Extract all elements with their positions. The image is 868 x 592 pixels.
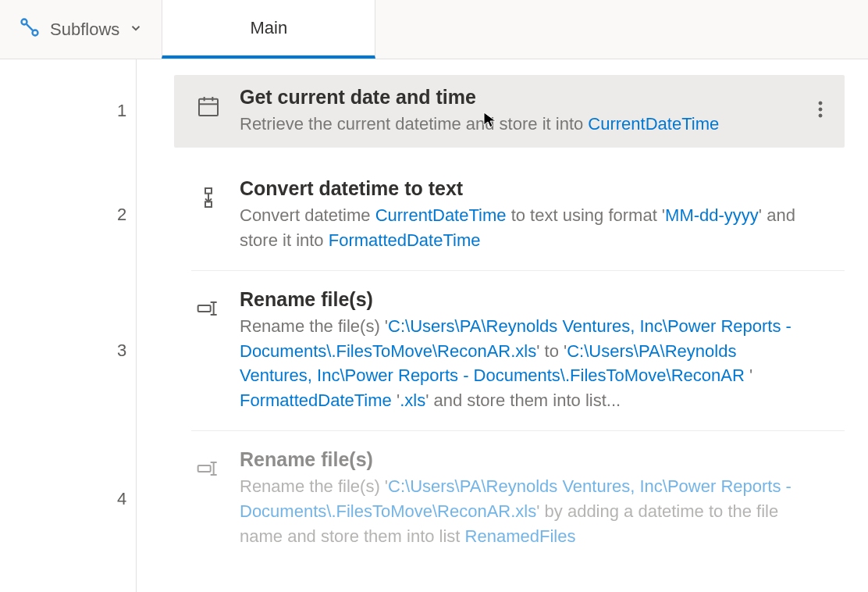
svg-rect-12 bbox=[198, 305, 211, 312]
subflows-label: Subflows bbox=[50, 20, 119, 40]
description-text: Convert datetime bbox=[240, 205, 375, 225]
svg-point-6 bbox=[819, 102, 822, 105]
line-number: 4 bbox=[110, 489, 133, 509]
variable-token[interactable]: FormattedDateTime bbox=[240, 391, 392, 410]
svg-point-8 bbox=[819, 114, 822, 117]
line-number: 2 bbox=[110, 205, 133, 225]
description-text: to text using format ' bbox=[507, 205, 666, 225]
flow-action-row[interactable]: 1Get current date and timeRetrieve the c… bbox=[174, 75, 845, 148]
action-description: Rename the file(s) 'C:\Users\PA\Reynolds… bbox=[240, 314, 798, 414]
row-separator bbox=[191, 430, 845, 431]
action-content: Rename file(s)Rename the file(s) 'C:\Use… bbox=[240, 448, 845, 549]
chevron-down-icon bbox=[129, 20, 143, 40]
flow-action-row[interactable]: 4Rename file(s)Rename the file(s) 'C:\Us… bbox=[174, 437, 845, 560]
action-description: Retrieve the current datetime and store … bbox=[240, 112, 798, 137]
action-content: Rename file(s)Rename the file(s) 'C:\Use… bbox=[240, 288, 845, 414]
tab-main[interactable]: Main bbox=[162, 0, 375, 59]
svg-point-1 bbox=[33, 30, 38, 35]
spacer bbox=[174, 148, 845, 166]
line-number: 1 bbox=[110, 101, 133, 121]
description-text: ' to ' bbox=[536, 341, 567, 361]
description-text: Retrieve the current datetime and store … bbox=[240, 114, 588, 134]
description-text: Rename the file(s) ' bbox=[240, 476, 388, 496]
action-content: Convert datetime to textConvert datetime… bbox=[240, 177, 845, 253]
description-text: ' and store them into list... bbox=[425, 391, 621, 410]
action-title: Convert datetime to text bbox=[240, 177, 798, 200]
subflows-dropdown[interactable]: Subflows bbox=[0, 0, 162, 59]
action-description: Rename the file(s) 'C:\Users\PA\Reynolds… bbox=[240, 474, 798, 549]
literal-token: MM-dd-yyyy bbox=[665, 205, 759, 225]
action-title: Get current date and time bbox=[240, 86, 798, 109]
rename-icon bbox=[191, 451, 226, 486]
svg-point-0 bbox=[22, 19, 27, 24]
rename-icon bbox=[191, 291, 226, 326]
line-number-gutter bbox=[0, 59, 137, 592]
convert-icon bbox=[191, 180, 226, 215]
literal-token: .xls bbox=[400, 391, 425, 410]
line-number: 3 bbox=[110, 341, 133, 361]
svg-rect-9 bbox=[205, 188, 212, 194]
variable-token[interactable]: CurrentDateTime bbox=[375, 205, 507, 225]
row-separator bbox=[191, 270, 845, 271]
subflows-icon bbox=[19, 16, 41, 43]
calendar-icon bbox=[191, 89, 226, 123]
description-text: ' bbox=[392, 391, 400, 410]
more-actions-button[interactable] bbox=[812, 94, 829, 128]
action-content: Get current date and timeRetrieve the cu… bbox=[240, 86, 845, 137]
variable-token[interactable]: CurrentDateTime bbox=[588, 114, 719, 134]
action-description: Convert datetime CurrentDateTime to text… bbox=[240, 203, 798, 253]
svg-rect-2 bbox=[199, 99, 218, 116]
description-text: ' bbox=[749, 366, 752, 385]
variable-token[interactable]: RenamedFiles bbox=[465, 526, 576, 546]
action-title: Rename file(s) bbox=[240, 448, 798, 471]
workspace: 1Get current date and timeRetrieve the c… bbox=[0, 59, 868, 592]
svg-point-7 bbox=[819, 108, 822, 111]
description-text: Rename the file(s) ' bbox=[240, 316, 388, 336]
flow-action-row[interactable]: 3Rename file(s)Rename the file(s) 'C:\Us… bbox=[174, 277, 845, 425]
action-title: Rename file(s) bbox=[240, 288, 798, 311]
flow-actions-list: 1Get current date and timeRetrieve the c… bbox=[137, 59, 868, 592]
svg-rect-16 bbox=[198, 465, 211, 472]
toolbar: Subflows Main bbox=[0, 0, 868, 59]
variable-token[interactable]: FormattedDateTime bbox=[329, 230, 481, 250]
tab-main-label: Main bbox=[250, 18, 287, 38]
flow-action-row[interactable]: 2Convert datetime to textConvert datetim… bbox=[174, 166, 845, 264]
